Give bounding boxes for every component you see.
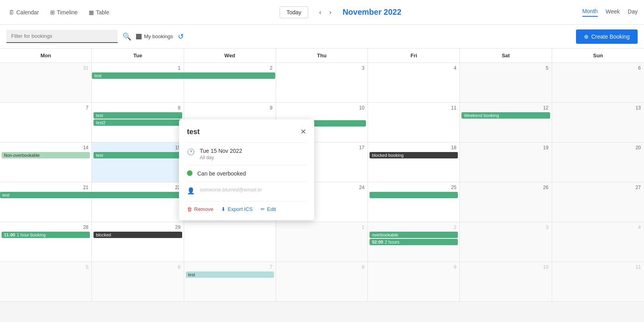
booking-test-nov21[interactable]: test bbox=[0, 192, 183, 198]
nav-views: 🗓 Calendar ⊞ Timeline ▦ Table bbox=[6, 8, 112, 17]
date-nov2: 2 bbox=[186, 64, 274, 72]
export-ics-button[interactable]: ⬇ Export ICS bbox=[221, 206, 253, 212]
booking-blocked-nov29[interactable]: blocked bbox=[93, 232, 182, 238]
cell-dec2[interactable]: 2 overbookable 02:002 hours bbox=[368, 222, 460, 262]
cell-nov26[interactable]: 26 bbox=[460, 182, 552, 222]
timeline-icon: ⊞ bbox=[50, 9, 55, 16]
today-button[interactable]: Today bbox=[280, 6, 308, 18]
timeline-view-label: Timeline bbox=[57, 9, 78, 16]
cell-nov8[interactable]: 8 test test2 bbox=[92, 103, 184, 142]
popup-overbookable-row: Can be overbooked bbox=[187, 165, 306, 181]
date-nov8: 8 bbox=[93, 104, 182, 111]
week-4: 21 test 22 24 25 26 27 bbox=[0, 182, 644, 222]
cell-dec4[interactable]: 4 bbox=[552, 222, 644, 262]
cell-nov30[interactable] bbox=[184, 222, 276, 262]
popup-header: test ✕ bbox=[187, 127, 306, 136]
cell-nov7[interactable]: 7 bbox=[0, 103, 92, 142]
booking-blocked-nov18[interactable]: blocked booking bbox=[370, 152, 458, 158]
cell-dec9[interactable]: 9 bbox=[368, 262, 460, 302]
cell-nov22[interactable]: 22 bbox=[92, 182, 184, 222]
cell-nov15[interactable]: 15 test bbox=[92, 142, 184, 182]
clock-icon: 🕐 bbox=[187, 148, 195, 156]
search-button[interactable]: 🔍 bbox=[123, 32, 131, 41]
booking-test-nov1[interactable]: test bbox=[92, 72, 275, 79]
my-bookings-toggle[interactable]: My bookings bbox=[136, 33, 173, 39]
header-thu: Thu bbox=[276, 49, 368, 62]
cell-dec8[interactable]: 8 bbox=[276, 262, 368, 302]
cell-nov12[interactable]: 12 Weekend booking bbox=[460, 103, 552, 142]
booking-nov25[interactable] bbox=[370, 192, 458, 198]
table-view-btn[interactable]: ▦ Table bbox=[86, 8, 111, 17]
cell-nov2[interactable]: 2 bbox=[184, 63, 276, 103]
cell-dec3[interactable]: 3 bbox=[460, 222, 552, 262]
cell-nov25[interactable]: 25 bbox=[368, 182, 460, 222]
week-5: 28 11:001 hour booking 29 blocked 1 2 ov… bbox=[0, 222, 644, 262]
cell-nov1[interactable]: 1 test bbox=[92, 63, 184, 103]
filter-input[interactable] bbox=[6, 30, 118, 43]
cell-dec5[interactable]: 5 bbox=[0, 262, 92, 302]
booking-1hour-nov28[interactable]: 11:001 hour booking bbox=[2, 232, 90, 238]
date-nov28: 28 bbox=[2, 224, 90, 231]
cell-nov27[interactable]: 27 bbox=[552, 182, 644, 222]
calendar-view-btn[interactable]: 🗓 Calendar bbox=[6, 8, 41, 17]
pencil-icon: ✏ bbox=[261, 206, 265, 212]
date-nov12: 12 bbox=[461, 104, 550, 111]
popup-title: test bbox=[187, 128, 200, 136]
cell-nov5[interactable]: 5 bbox=[460, 63, 552, 103]
remove-booking-button[interactable]: 🗑 Remove bbox=[187, 206, 213, 212]
booking-test-nov8[interactable]: test bbox=[93, 112, 182, 119]
day-view-btn[interactable]: Day bbox=[628, 8, 638, 16]
edit-label: Edit bbox=[267, 206, 276, 212]
cell-nov29[interactable]: 29 blocked bbox=[92, 222, 184, 262]
date-nov4: 4 bbox=[370, 64, 458, 72]
cell-nov19[interactable]: 19 bbox=[460, 142, 552, 182]
date-dec8: 8 bbox=[278, 263, 366, 271]
plus-icon: ⊕ bbox=[584, 33, 589, 40]
booking-test-nov15[interactable]: test bbox=[93, 152, 182, 158]
cell-dec1[interactable]: 1 bbox=[276, 222, 368, 262]
cell-dec10[interactable]: 10 bbox=[460, 262, 552, 302]
export-label: Export ICS bbox=[228, 206, 253, 212]
month-view-btn[interactable]: Month bbox=[582, 8, 598, 17]
date-nov29: 29 bbox=[93, 224, 182, 231]
cell-nov11[interactable]: 11 bbox=[368, 103, 460, 142]
cell-nov6[interactable]: 6 bbox=[552, 63, 644, 103]
date-nov27: 27 bbox=[554, 184, 642, 191]
calendar-icon: 🗓 bbox=[9, 9, 14, 16]
user-icon: 👤 bbox=[187, 187, 195, 195]
booking-weekend-nov12[interactable]: Weekend booking bbox=[461, 112, 550, 119]
edit-booking-button[interactable]: ✏ Edit bbox=[261, 206, 276, 212]
booking-test-dec7[interactable]: test bbox=[186, 271, 274, 278]
header-fri: Fri bbox=[368, 49, 460, 62]
cell-dec11[interactable]: 11 bbox=[552, 262, 644, 302]
cell-nov28[interactable]: 28 11:001 hour booking bbox=[0, 222, 92, 262]
cell-nov18[interactable]: 18 blocked booking bbox=[368, 142, 460, 182]
week-view-btn[interactable]: Week bbox=[606, 8, 620, 16]
cell-nov3[interactable]: 3 bbox=[276, 63, 368, 103]
cell-nov13[interactable]: 13 bbox=[552, 103, 644, 142]
create-booking-button[interactable]: ⊕ Create Booking bbox=[576, 29, 638, 44]
date-nov9: 9 bbox=[186, 104, 274, 111]
cell-nov21[interactable]: 21 test bbox=[0, 182, 92, 222]
next-month-button[interactable]: › bbox=[326, 7, 335, 18]
cell-dec7[interactable]: 7 test bbox=[184, 262, 276, 302]
overbookable-dot-icon bbox=[187, 170, 193, 176]
date-nov1: 1 bbox=[93, 64, 182, 72]
date-dec7: 7 bbox=[186, 263, 274, 271]
booking-overbookable-dec2[interactable]: overbookable bbox=[370, 232, 458, 238]
booking-non-overbookable[interactable]: Non-overbookable bbox=[2, 152, 90, 158]
booking-2hours-dec2[interactable]: 02:002 hours bbox=[370, 239, 458, 245]
cell-nov4[interactable]: 4 bbox=[368, 63, 460, 103]
cell-nov20[interactable]: 20 bbox=[552, 142, 644, 182]
nav-arrows: ‹ › bbox=[316, 7, 335, 18]
popup-close-button[interactable]: ✕ bbox=[300, 127, 306, 136]
cell-nov14[interactable]: 14 Non-overbookable bbox=[0, 142, 92, 182]
timeline-view-btn[interactable]: ⊞ Timeline bbox=[48, 8, 80, 17]
prev-month-button[interactable]: ‹ bbox=[316, 7, 325, 18]
cell-dec6[interactable]: 6 bbox=[92, 262, 184, 302]
popup-user-row: 👤 someone.blurred@email.io bbox=[187, 181, 306, 199]
cell-oct31[interactable]: 31 bbox=[0, 63, 92, 103]
booking-test2-nov8[interactable]: test2 bbox=[93, 119, 182, 126]
reset-button[interactable]: ↺ bbox=[178, 32, 184, 41]
date-nov26: 26 bbox=[461, 184, 550, 191]
